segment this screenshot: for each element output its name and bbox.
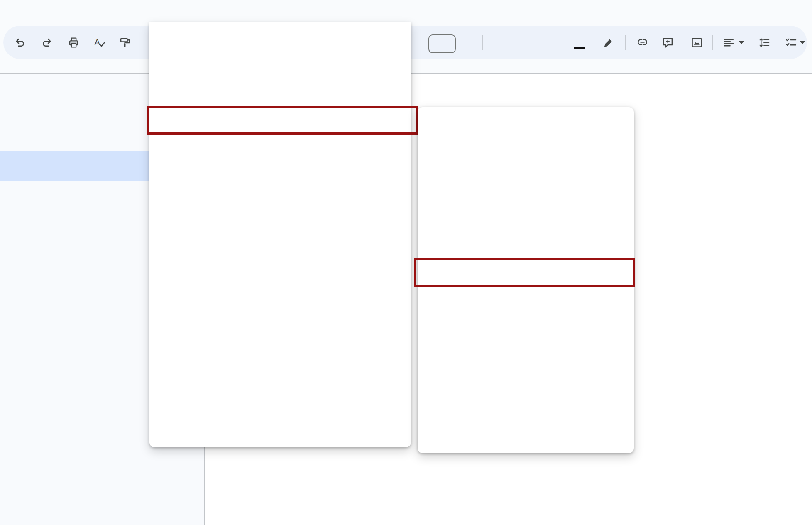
print-icon[interactable] [64,33,83,52]
text-color-button[interactable] [570,33,588,52]
align-icon[interactable] [719,33,738,52]
line-spacing-icon[interactable] [755,33,773,52]
svg-text:A: A [94,37,100,46]
paint-format-icon[interactable] [116,33,134,52]
annotation-box-add-space-after-paragraph [414,258,635,287]
undo-icon[interactable] [11,33,29,52]
highlight-color-icon[interactable] [599,33,617,52]
google-docs-window: A [0,0,812,525]
checklist-icon[interactable] [782,33,800,52]
current-text-color-swatch [574,47,585,49]
sidebar-tab-active[interactable] [0,151,149,181]
annotation-box-line-paragraph-spacing [147,106,418,135]
menu-bar [0,0,812,23]
toolbar-divider [482,35,483,50]
redo-icon[interactable] [37,33,56,52]
font-size-input[interactable] [428,34,456,53]
spell-check-icon[interactable]: A [90,33,109,52]
toolbar-divider [712,35,713,50]
italic-button[interactable] [517,33,535,52]
align-dropdown-caret[interactable] [739,41,744,44]
increase-font-size-icon[interactable] [458,33,477,52]
add-comment-icon[interactable] [658,33,677,52]
insert-link-icon[interactable] [633,33,651,52]
format-menu [149,22,411,447]
toolbar-divider [625,35,626,50]
line-paragraph-spacing-submenu [418,107,634,453]
underline-button[interactable] [543,33,562,52]
checklist-dropdown-caret[interactable] [800,41,805,44]
bold-button[interactable] [490,33,508,52]
insert-image-icon[interactable] [687,33,706,52]
